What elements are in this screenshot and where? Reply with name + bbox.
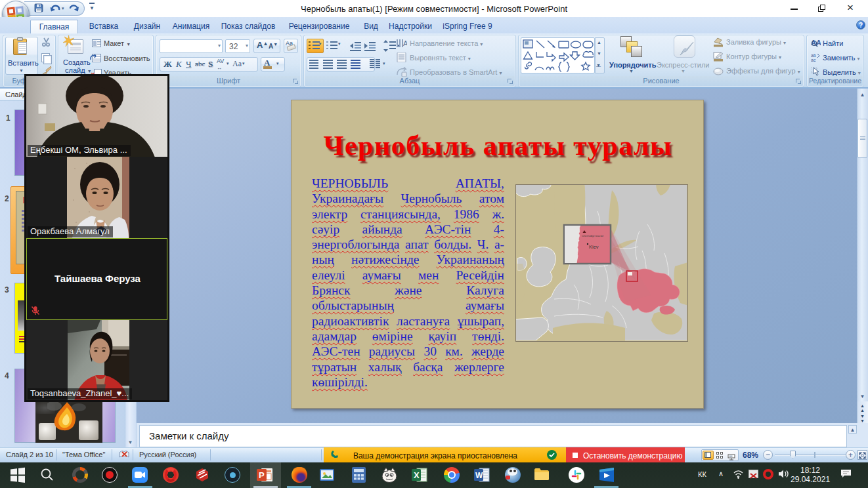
svg-text:W: W	[475, 471, 483, 480]
svg-text:ac: ac	[811, 58, 816, 62]
svg-text:Kiev: Kiev	[589, 244, 599, 250]
svg-text:P: P	[259, 470, 265, 480]
svg-text:А: А	[403, 39, 407, 47]
svg-text:ab: ab	[811, 53, 816, 58]
svg-text:Chernobyl reactor: Chernobyl reactor	[582, 234, 604, 237]
svg-text:X: X	[414, 470, 420, 480]
